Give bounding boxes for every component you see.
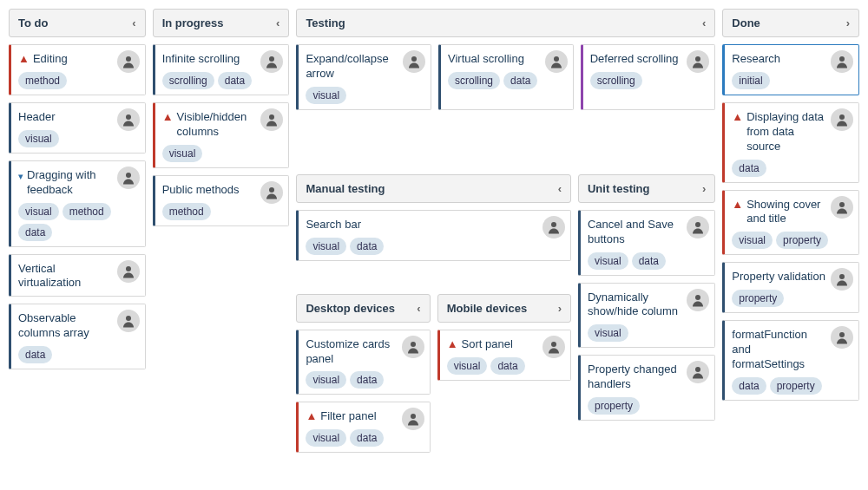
tag: visual — [447, 357, 488, 375]
avatar — [117, 167, 140, 189]
column-header-in-progress[interactable]: In progress ‹ — [153, 9, 290, 37]
card-header[interactable]: Header visual — [9, 102, 146, 154]
card-research[interactable]: Research initial — [722, 44, 859, 95]
tag: data — [732, 160, 766, 177]
column-in-progress: In progress ‹ Infinite scrolling scrolli… — [153, 9, 290, 226]
sub-column-unit: Unit testing › Cancel and Save buttons v… — [578, 174, 715, 454]
warning-icon: ▲ — [447, 337, 458, 352]
tag: visual — [306, 238, 346, 255]
avatar — [831, 196, 853, 219]
card-vertical-virtualization[interactable]: Vertical virtualization — [9, 254, 146, 297]
card-title: Header — [18, 110, 56, 125]
card-dynamic-show-hide[interactable]: Dynamically show/hide column visual — [578, 283, 715, 349]
card-title: Expand/collapse arrow — [306, 52, 398, 82]
sub-header-manual[interactable]: Manual testing ‹ — [296, 174, 571, 203]
card-title: Cancel and Save buttons — [588, 218, 681, 247]
sub-title: Unit testing — [588, 182, 650, 195]
avatar — [831, 108, 853, 131]
card-virtual-scrolling[interactable]: Virtual scrolling scrolling data — [438, 44, 574, 110]
column-done: Done › Research initial ▲ Displaying dat… — [722, 9, 859, 401]
svg-point-1 — [126, 114, 131, 120]
manual-sub-row: Desktop devices ‹ Customize cards panel … — [296, 294, 571, 454]
chevron-down-icon: ▾ — [18, 170, 23, 182]
svg-point-15 — [695, 222, 700, 227]
testing-row-top: Expand/collapse arrow visual Virtual scr… — [296, 44, 715, 110]
tag: visual — [306, 371, 346, 389]
column-header-testing[interactable]: Testing ‹ — [296, 9, 715, 37]
avatar — [402, 408, 424, 430]
card-title: Observable columns array — [18, 311, 112, 341]
card-property-changed-handlers[interactable]: Property changed handlers property — [578, 355, 715, 421]
sub-header-unit[interactable]: Unit testing › — [578, 174, 715, 203]
svg-point-17 — [695, 367, 700, 372]
card-customize-cards-panel[interactable]: Customize cards panel visual data — [296, 330, 430, 395]
card-tags: visual — [162, 145, 282, 162]
spacer — [296, 117, 715, 167]
tag: initial — [732, 72, 769, 89]
card-visible-hidden-columns[interactable]: ▲ Visible/hidden columns visual — [153, 102, 290, 168]
card-cancel-save[interactable]: Cancel and Save buttons visual data — [578, 210, 715, 276]
tag: visual — [18, 203, 59, 220]
card-displaying-data[interactable]: ▲ Displaying data from data source data — [722, 102, 859, 183]
card-filter-panel[interactable]: ▲ Filter panel visual data — [296, 402, 430, 453]
tag: property — [732, 290, 784, 307]
avatar — [542, 216, 565, 238]
column-title: In progress — [162, 16, 224, 29]
card-expand-collapse[interactable]: Expand/collapse arrow visual — [296, 44, 431, 110]
sub-header-desktop[interactable]: Desktop devices ‹ — [296, 294, 430, 323]
avatar — [687, 216, 709, 238]
chevron-right-icon: › — [702, 182, 706, 195]
card-search-bar[interactable]: Search bar visual data — [296, 210, 571, 261]
card-showing-cover-title[interactable]: ▲ Showing cover and title visual propert… — [722, 190, 859, 256]
column-header-todo[interactable]: To do ‹ — [9, 9, 146, 37]
tag: property — [776, 232, 828, 249]
tag: data — [350, 238, 384, 255]
tag: visual — [588, 252, 628, 270]
card-tags: scrolling data — [162, 72, 282, 89]
tag: property — [588, 397, 640, 415]
card-tags: data — [18, 346, 138, 363]
svg-point-19 — [839, 114, 845, 120]
card-title: Showing cover and title — [746, 198, 825, 227]
card-public-methods[interactable]: Public methods method — [153, 175, 290, 226]
avatar — [117, 108, 140, 131]
avatar — [687, 50, 709, 73]
card-property-validation[interactable]: Property validation property — [722, 262, 859, 313]
avatar — [542, 336, 565, 358]
testing-sub-row: Manual testing ‹ Search bar visual data — [296, 174, 715, 454]
chevron-left-icon: ‹ — [132, 16, 135, 29]
column-title: Done — [732, 16, 760, 29]
svg-point-12 — [411, 342, 416, 347]
sub-title: Manual testing — [306, 182, 385, 195]
chevron-left-icon: ‹ — [276, 16, 279, 29]
card-format-function[interactable]: formatFunction and formatSettings data p… — [722, 320, 859, 401]
svg-point-7 — [269, 187, 274, 193]
avatar — [687, 289, 709, 311]
card-editing[interactable]: ▲ Editing method — [9, 44, 146, 95]
card-title: Sort panel — [462, 337, 513, 352]
tag: visual — [732, 232, 773, 249]
warning-icon: ▲ — [162, 110, 174, 125]
tag: visual — [588, 324, 628, 342]
card-tags: method — [162, 203, 282, 220]
chevron-left-icon: ‹ — [702, 16, 706, 29]
avatar — [117, 260, 140, 283]
svg-point-4 — [126, 316, 131, 321]
card-dragging[interactable]: ▾ Dragging with feedback visual method d… — [9, 160, 146, 247]
svg-point-9 — [554, 56, 559, 62]
tag: data — [18, 224, 52, 241]
card-sort-panel[interactable]: ▲ Sort panel visual data — [437, 330, 571, 381]
card-title: Deferred scrolling — [590, 52, 679, 67]
sub-header-mobile[interactable]: Mobile devices › — [437, 294, 571, 323]
card-deferred-scrolling[interactable]: Deferred scrolling scrolling — [581, 44, 716, 110]
card-infinite-scrolling[interactable]: Infinite scrolling scrolling data — [153, 44, 290, 95]
tag: scrolling — [590, 72, 642, 89]
column-title: To do — [18, 16, 48, 29]
avatar — [117, 50, 140, 73]
sub-title: Desktop devices — [306, 302, 395, 315]
column-header-done[interactable]: Done › — [722, 9, 859, 37]
svg-point-14 — [551, 342, 556, 347]
avatar — [831, 268, 853, 291]
card-observable-columns[interactable]: Observable columns array data — [9, 304, 146, 369]
avatar — [545, 50, 568, 73]
